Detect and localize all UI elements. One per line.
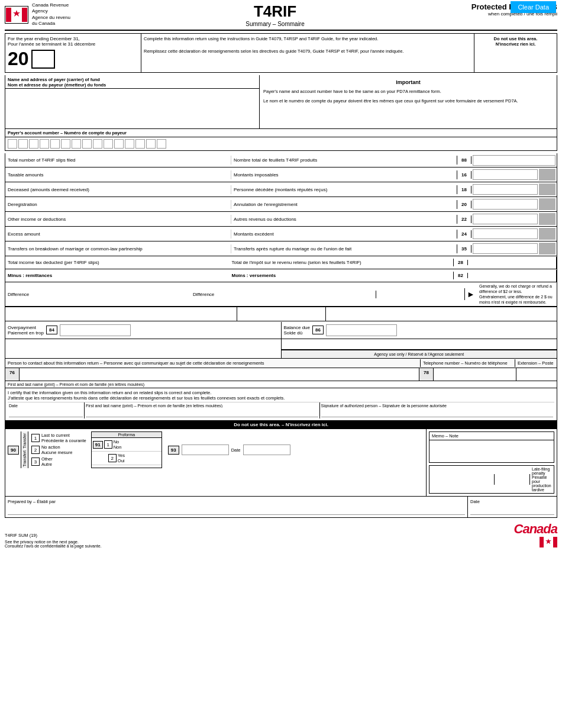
account-boxes (5, 137, 557, 150)
certify-section: I certify that the information given on … (5, 388, 557, 421)
label-20-fr: Annulation de l'enregistrement (231, 200, 457, 209)
prepared-date-section: Date (468, 497, 557, 517)
transfer-num-1: 1 (31, 434, 40, 442)
label-88-en: Total number of T4RIF slips filed (5, 156, 231, 165)
input-86[interactable] (326, 324, 397, 336)
input-76[interactable] (20, 368, 419, 381)
tax-label-82-en: Minus : remittances (5, 272, 230, 279)
tax-label-diff-fr: Différence (190, 291, 376, 298)
label-18-fr: Personne décédée (montants réputés reçus… (231, 185, 457, 194)
input-20[interactable] (473, 199, 538, 210)
row-22: Other income or deductions Autres revenu… (5, 212, 557, 227)
certify-name-input[interactable] (86, 408, 318, 417)
arrow-icon: ► (465, 289, 477, 299)
row-20: Deregistration Annulation de l'enregistr… (5, 197, 557, 212)
account-cell-10[interactable] (104, 139, 113, 149)
account-cell-14[interactable] (146, 139, 156, 149)
input-18[interactable] (473, 184, 538, 195)
input-82[interactable] (468, 270, 557, 282)
input-16[interactable] (473, 169, 538, 180)
box-20: 20 (457, 201, 471, 208)
important-title: Important (263, 79, 553, 86)
input-late-1[interactable] (429, 474, 495, 485)
certify-sig-label: Signature of authorized person – Signatu… (321, 404, 554, 408)
prepared-input[interactable] (8, 505, 465, 515)
year-section: For the year ending December 31, Pour l'… (5, 34, 141, 72)
box-76-label: 76 (5, 368, 20, 381)
label-88-fr: Nombre total de feuillets T4RIF produits (231, 156, 457, 165)
account-cell-4[interactable] (40, 139, 49, 149)
canada-flag-logo (5, 6, 28, 24)
certify-date-input[interactable] (9, 408, 83, 417)
input-78[interactable] (434, 368, 516, 381)
label-35-fr: Transferts après rupture du mariage ou d… (231, 244, 457, 253)
input-93-date[interactable] (243, 444, 290, 455)
label-20-en: Deregistration (5, 200, 231, 209)
transfer-desc-3: Other Autre (41, 456, 53, 467)
input-88[interactable] (473, 155, 555, 166)
year-input[interactable] (31, 50, 55, 69)
name-address-input[interactable] (5, 89, 259, 127)
account-cell-6[interactable] (61, 139, 70, 149)
account-cell-12[interactable] (125, 139, 134, 149)
clear-data-button[interactable]: Clear Data (511, 1, 556, 13)
tax-label-diff-en: Difference (5, 291, 190, 298)
account-cell-8[interactable] (82, 139, 92, 149)
prepared-date-input[interactable] (470, 505, 554, 515)
account-cell-3[interactable] (29, 139, 38, 149)
contact-header: Person to contact about this information… (5, 359, 421, 367)
tax-label-28-fr: Total de l'impôt sur le revenu retenu (s… (230, 259, 454, 266)
label-16-fr: Montants imposables (231, 170, 457, 179)
svg-rect-4 (540, 537, 544, 547)
canada-wordmark: Canada (514, 521, 557, 537)
transfer-row-1: 1 Last to current Précédente à courante (31, 433, 86, 443)
proforma-no-label: No Non (114, 439, 122, 450)
input-subtotal[interactable] (237, 307, 325, 320)
input-35[interactable] (473, 243, 538, 254)
input-28[interactable] (468, 257, 557, 269)
label-22-en: Other income or deductions (5, 215, 231, 224)
input-ext[interactable] (516, 368, 557, 381)
contact-name-label: First and last name (print) – Prénom et … (5, 381, 557, 388)
ext-header: Extension – Poste (515, 359, 557, 367)
box-28: 28 (454, 260, 468, 265)
transfer-label-fr: Transfert (22, 450, 27, 467)
proforma-91-1: 1 (104, 440, 112, 449)
prepared-section: Prepared by – Établi par Date (5, 497, 557, 518)
box-86: 86 (312, 326, 324, 334)
late-filing-label: Late-filing penalty Pénalité pour produc… (530, 466, 554, 493)
name-address-box: Name and address of payer (carrier) of f… (5, 75, 260, 128)
account-cell-7[interactable] (72, 139, 81, 149)
form-id: T4RIF SUM (19) (5, 533, 102, 538)
label-35-en: Transfers on breakdown of marriage or co… (5, 244, 231, 253)
box-24: 24 (457, 230, 471, 238)
account-cell-9[interactable] (93, 139, 102, 149)
account-cell-1[interactable] (8, 139, 17, 149)
label-22-fr: Autres revenus ou déductions (231, 215, 457, 224)
input-93[interactable] (182, 444, 229, 455)
input-diff[interactable] (376, 288, 465, 300)
account-cell-5[interactable] (50, 139, 60, 149)
certify-date-label: Date (9, 404, 83, 408)
certify-sig-input[interactable] (321, 408, 554, 417)
account-cell-15[interactable] (157, 139, 166, 149)
tax-row-82: Minus : remittances Moins : versements 8… (5, 269, 557, 282)
account-cell-13[interactable] (135, 139, 145, 149)
form-title: T4RIF (111, 2, 439, 21)
input-24[interactable] (473, 228, 538, 239)
name-address-label: Name and address of payer (carrier) of f… (5, 75, 259, 89)
canada-wordmark-area: Canada (514, 521, 557, 548)
input-late-2[interactable] (495, 474, 530, 485)
account-cell-2[interactable] (18, 139, 28, 149)
row-88: Total number of T4RIF slips filed Nombre… (5, 153, 557, 167)
memo-input[interactable] (429, 440, 554, 461)
memo-label: Memo – Note (429, 432, 554, 440)
input-22[interactable] (473, 214, 538, 224)
input-84[interactable] (60, 324, 131, 336)
tel-header: Telephone number – Numéro de téléphone (421, 359, 515, 367)
input-agency-extra[interactable] (282, 339, 557, 350)
proforma-yes-label: Yes Oui (118, 453, 125, 463)
agency-text: Canada Revenue Agency Agence du revenu d… (32, 2, 70, 27)
account-cell-11[interactable] (114, 139, 124, 149)
footer-left: T4RIF SUM (19) See the privacy notice on… (5, 533, 102, 548)
